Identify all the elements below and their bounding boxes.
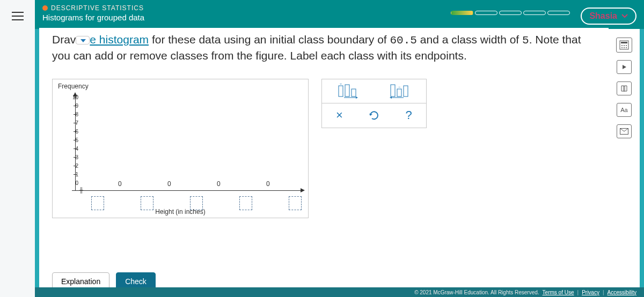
svg-text:−: −: [398, 85, 400, 89]
dropdown-badge-icon[interactable]: [76, 36, 90, 44]
axis-break-icon: ╫: [79, 187, 83, 193]
svg-rect-4: [391, 85, 395, 96]
svg-point-12: [626, 45, 627, 46]
username: Shasia: [589, 11, 617, 21]
accessibility-link[interactable]: Accessibility: [608, 289, 636, 295]
book-icon[interactable]: [617, 81, 632, 95]
remove-bar-button[interactable]: −: [386, 81, 414, 101]
svg-point-13: [621, 47, 623, 48]
svg-rect-0: [339, 86, 343, 96]
clear-button[interactable]: ×: [325, 106, 353, 125]
progress-bar: [451, 11, 570, 15]
section-label: DESCRIPTIVE STATISTICS: [51, 4, 144, 12]
svg-point-11: [624, 45, 625, 46]
footer: © 2021 McGraw-Hill Education. All Rights…: [35, 287, 644, 297]
calculator-icon[interactable]: [616, 38, 632, 53]
chart-toolbox: + − × ?: [321, 79, 427, 218]
privacy-link[interactable]: Privacy: [582, 289, 599, 295]
svg-point-15: [626, 47, 627, 48]
copyright: © 2021 McGraw-Hill Education. All Rights…: [414, 289, 539, 295]
mail-icon[interactable]: [617, 124, 632, 138]
svg-rect-5: [397, 89, 401, 96]
chevron-down-icon: [621, 14, 628, 18]
svg-text:+: +: [340, 84, 342, 86]
svg-rect-9: [621, 42, 627, 43]
text-size-icon[interactable]: Aa: [617, 103, 632, 117]
x-axis-label: Height (in inches): [53, 208, 308, 216]
terms-link[interactable]: Terms of Use: [543, 289, 574, 295]
hamburger-menu[interactable]: [12, 12, 24, 20]
svg-rect-2: [345, 85, 349, 96]
svg-point-14: [624, 47, 625, 48]
x-axis: [72, 190, 302, 191]
svg-rect-7: [404, 86, 408, 96]
svg-point-10: [621, 45, 623, 46]
user-menu[interactable]: Shasia: [581, 8, 636, 25]
play-icon[interactable]: [617, 60, 632, 74]
right-toolbar: Aa: [609, 29, 640, 297]
histogram-chart[interactable]: Frequency 10 9 8 7 6 5 4 3 2 1 0: [52, 79, 309, 218]
y-axis-label: Frequency: [58, 83, 89, 90]
undo-button[interactable]: [360, 106, 388, 125]
svg-rect-3: [352, 89, 356, 96]
histogram-link[interactable]: e histogram: [90, 33, 149, 46]
top-bar: DESCRIPTIVE STATISTICS Histograms for gr…: [35, 0, 644, 29]
instructions-text: Drave histogram for these data using an …: [52, 32, 596, 64]
section-dot-icon: [42, 5, 48, 11]
add-bar-button[interactable]: +: [334, 81, 362, 101]
help-button[interactable]: ?: [395, 106, 423, 125]
page-subtitle: Histograms for grouped data: [42, 13, 451, 22]
